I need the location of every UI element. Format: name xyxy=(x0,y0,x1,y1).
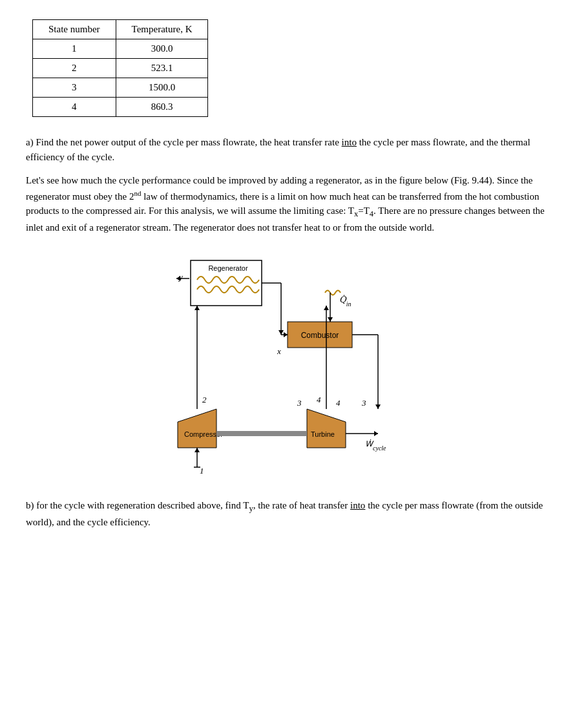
combustor-label: Combustor xyxy=(301,331,339,340)
col-header-state: State number xyxy=(33,20,116,39)
node2-label: 2 xyxy=(202,395,207,404)
node4-label: 4 xyxy=(317,395,321,404)
temperature-cell: 860.3 xyxy=(116,98,208,117)
svg-marker-7 xyxy=(307,409,346,448)
cycle-diagram: Regenerator y Combustor Q̇in Compressor … xyxy=(132,247,456,480)
node3b-label: 3 xyxy=(297,398,302,408)
part-a-label: a) xyxy=(26,137,34,147)
w-cycle-label: Ẇcycle xyxy=(365,439,386,452)
temperature-cell: 1500.0 xyxy=(116,78,208,98)
svg-marker-25 xyxy=(324,306,329,310)
part-a-text: Find the net power output of the cycle p… xyxy=(34,137,342,147)
svg-marker-23 xyxy=(375,404,381,409)
svg-marker-6 xyxy=(178,409,216,448)
part-b-into: into xyxy=(350,500,365,510)
svg-marker-20 xyxy=(284,332,288,337)
table-row: 2523.1 xyxy=(33,59,208,78)
diagram-container: Regenerator y Combustor Q̇in Compressor … xyxy=(26,247,562,480)
part-b-label: b) xyxy=(26,500,34,510)
part-a-paragraph: a) Find the net power output of the cycl… xyxy=(26,135,562,164)
q-in-label: Q̇in xyxy=(339,295,351,308)
part-b-text2: , the rate of heat transfer xyxy=(253,500,350,510)
svg-marker-13 xyxy=(194,448,200,452)
state-number-cell: 1 xyxy=(33,39,116,59)
svg-marker-15 xyxy=(194,306,200,310)
para2-eq: =T xyxy=(358,205,370,216)
part-a-into: into xyxy=(342,137,357,147)
node3-label: 3 xyxy=(361,398,366,408)
state-table: State number Temperature, K 1300.02523.1… xyxy=(32,19,208,117)
state-number-cell: 4 xyxy=(33,98,116,117)
regenerator-label: Regenerator xyxy=(208,264,247,272)
table-row: 4860.3 xyxy=(33,98,208,117)
table-row: 31500.0 xyxy=(33,78,208,98)
state-number-cell: 3 xyxy=(33,78,116,98)
node1-label: 1 xyxy=(200,466,204,476)
svg-marker-5 xyxy=(328,317,333,322)
svg-marker-18 xyxy=(278,330,284,335)
temperature-cell: 523.1 xyxy=(116,59,208,78)
state-number-cell: 2 xyxy=(33,59,116,78)
svg-marker-10 xyxy=(374,431,378,436)
para2: Let's see how much the cycle performance… xyxy=(26,173,562,235)
part-b-text: for the cycle with regeneration describe… xyxy=(34,500,249,510)
part-b-paragraph: b) for the cycle with regeneration descr… xyxy=(26,498,562,529)
x-label: x xyxy=(277,346,281,356)
turbine-label: Turbine xyxy=(311,430,335,438)
node4b-label: 4 xyxy=(336,398,341,408)
temperature-cell: 300.0 xyxy=(116,39,208,59)
table-row: 1300.0 xyxy=(33,39,208,59)
svg-marker-2 xyxy=(176,276,180,281)
col-header-temp: Temperature, K xyxy=(116,20,208,39)
para2-nd: nd xyxy=(134,189,141,197)
